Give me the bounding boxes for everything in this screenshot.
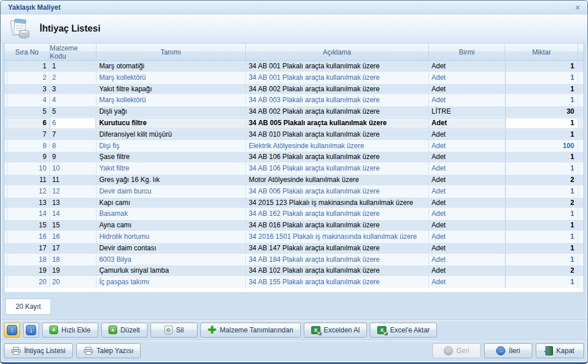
column-header-sira-no[interactable]: Sıra No xyxy=(5,44,50,60)
cell-birim: Adet xyxy=(429,129,506,141)
close-button[interactable]: Kapat xyxy=(536,343,584,358)
row-end-strip xyxy=(578,186,583,198)
table-row[interactable]: 18186003 Bilya34 AB 184 Plakalı araçta k… xyxy=(5,254,583,266)
cell-birim: Adet xyxy=(429,243,506,254)
excel-icon: X xyxy=(311,326,320,334)
cell-miktar[interactable]: 1 xyxy=(505,208,578,220)
cell-miktar[interactable]: 1 xyxy=(505,129,578,141)
table-row[interactable]: 44Marş kollektörü34 AB 003 Plakalı araçt… xyxy=(5,95,583,106)
table-row[interactable]: 66Kurutucu filtre34 AB 005 Plakalı araçt… xyxy=(5,118,583,129)
table-row[interactable]: 55Dişli yağı34 AB 002 Plakalı araçta kul… xyxy=(5,106,583,118)
from-material-definitions-button[interactable]: ✚ Malzeme Tanımlarından xyxy=(200,323,301,338)
window-title: Yaklaşık Maliyet xyxy=(8,3,574,11)
cell-miktar[interactable]: 1 xyxy=(505,277,578,288)
cell-birim: Adet xyxy=(429,198,506,209)
cell-miktar[interactable]: 1 xyxy=(505,254,578,266)
cell-miktar[interactable]: 1 xyxy=(505,118,578,129)
cell-miktar[interactable]: 2 xyxy=(505,175,578,186)
cell-miktar[interactable]: 1 xyxy=(505,186,578,198)
table-row[interactable]: 1414Basamak34 AB 162 Plakalı araçta kull… xyxy=(5,208,583,220)
back-button[interactable]: ← Geri xyxy=(432,343,481,358)
cell-miktar[interactable]: 2 xyxy=(505,265,578,277)
cell-aciklama: 34 AB 006 Plakalı araçta kullanılmak üze… xyxy=(246,186,428,198)
table-row[interactable]: 33Yakıt filtre kapağı34 AB 002 Plakalı a… xyxy=(5,84,583,95)
cell-miktar[interactable]: 1 xyxy=(505,231,578,243)
delete-button[interactable]: ♻ Sil xyxy=(150,323,198,338)
cell-birim: Adet xyxy=(429,61,506,72)
button-label: Geri xyxy=(457,347,470,355)
cell-kod: 12 xyxy=(50,186,96,198)
row-end-strip xyxy=(578,84,583,95)
cell-sira: 4 xyxy=(7,95,50,106)
needs-list-icon xyxy=(9,18,33,39)
cell-birim: Adet xyxy=(429,141,506,152)
cell-aciklama: 34 AB 003 Plakalı araçta kullanılmak üze… xyxy=(246,95,428,106)
cell-miktar[interactable]: 1 xyxy=(505,220,578,231)
cell-miktar[interactable]: 1 xyxy=(505,84,578,95)
table-header-row: Sıra No Malzeme Kodu Tanımı Açıklama Bir… xyxy=(5,44,583,61)
table-row[interactable]: 77Diferansiyel kilit müşürü34 AB 010 Pla… xyxy=(5,129,583,141)
table-row[interactable]: 1616Hidrolik hortumu34 2016 1501 Plakalı… xyxy=(5,231,583,243)
column-header-birmi[interactable]: Birmi xyxy=(429,44,506,60)
cell-kod: 4 xyxy=(50,95,96,106)
print-needs-list-button[interactable]: İhtiyaç Listesi xyxy=(4,343,73,358)
cell-miktar[interactable]: 1 xyxy=(505,61,578,72)
close-icon[interactable]: × xyxy=(574,3,582,11)
cell-tanim: Gres yağı 16 Kg. lık xyxy=(96,175,246,186)
cell-miktar[interactable]: 1 xyxy=(505,72,578,84)
cell-miktar[interactable]: 30 xyxy=(505,106,578,118)
row-end-strip xyxy=(578,254,583,266)
cell-aciklama: 34 AB 106 Plakalı araçta kullanılmak üze… xyxy=(246,163,428,175)
yaklasik-maliyet-window: Yaklaşık Maliyet × İhtiyaç Listesi xyxy=(0,0,588,364)
print-request-letter-button[interactable]: Talep Yazısı xyxy=(76,343,141,358)
move-down-button[interactable]: ↓ xyxy=(23,323,39,338)
table-row[interactable]: 1515Ayna camı34 AB 016 Plakalı araçta ku… xyxy=(5,220,583,231)
cell-miktar[interactable]: 2 xyxy=(505,198,578,209)
row-end-strip xyxy=(578,118,583,129)
table-row[interactable]: 1313Kapı camı34 2015 123 Plakalı iş maki… xyxy=(5,198,583,209)
cell-birim: Adet xyxy=(429,84,506,95)
table-row[interactable]: 22Marş kollektörü34 AB 001 Plakalı araçt… xyxy=(5,72,583,84)
cell-miktar[interactable]: 100 xyxy=(505,141,578,152)
column-header-miktar[interactable]: Miktar xyxy=(505,44,578,60)
table-body: 11Marş otomatiği34 AB 001 Plakalı araçta… xyxy=(5,61,583,292)
row-end-strip xyxy=(578,163,583,175)
cell-aciklama: 34 AB 155 Plakalı araçta kullanılmak üze… xyxy=(246,277,428,288)
column-header-malzeme-kodu[interactable]: Malzeme Kodu xyxy=(50,44,96,60)
table-row[interactable]: 1717Devir daim contası34 AB 147 Plakalı … xyxy=(5,243,583,254)
table-row[interactable]: 1919Çamurluk sinyal lamba34 AB 102 Plaka… xyxy=(5,265,583,277)
table-row[interactable]: 99Şase filtre34 AB 106 Plakalı araçta ku… xyxy=(5,152,583,163)
cell-miktar[interactable]: 1 xyxy=(505,243,578,254)
cell-birim: Adet xyxy=(429,186,506,198)
table-row[interactable]: 11Marş otomatiği34 AB 001 Plakalı araçta… xyxy=(5,61,583,72)
table-row[interactable]: 88Dişi fişElektrik Atölyesinde kullanılm… xyxy=(5,141,583,152)
column-header-tanimi[interactable]: Tanımı xyxy=(96,44,246,60)
row-end-strip xyxy=(578,61,583,72)
cell-miktar[interactable]: 1 xyxy=(505,95,578,106)
table-row[interactable]: 2020İç paspas takımı34 AB 155 Plakalı ar… xyxy=(5,277,583,288)
cell-sira: 15 xyxy=(7,220,50,231)
forward-button[interactable]: → İleri xyxy=(484,343,532,358)
export-to-excel-button[interactable]: X Excel'e Aktar xyxy=(370,323,437,338)
row-end-strip xyxy=(578,129,583,141)
cell-kod: 1 xyxy=(50,61,96,72)
edit-button[interactable]: ▲ Düzelt xyxy=(101,323,148,338)
move-up-button[interactable]: ↑ xyxy=(4,323,20,338)
quick-add-button[interactable]: + Hızlı Ekle xyxy=(42,323,98,338)
column-header-aciklama[interactable]: Açıklama xyxy=(246,44,428,60)
table-row[interactable]: 1010Yakıt filtre34 AB 106 Plakalı araçta… xyxy=(5,163,583,175)
cell-birim: LİTRE xyxy=(429,106,506,118)
button-label: Düzelt xyxy=(121,326,140,334)
import-from-excel-button[interactable]: X Excelden Al xyxy=(304,323,368,338)
table-row[interactable]: 1212Devir daim burcu34 AB 006 Plakalı ar… xyxy=(5,186,583,198)
cell-miktar[interactable]: 1 xyxy=(505,152,578,163)
cell-tanim: 6003 Bilya xyxy=(96,254,246,266)
cell-birim: Adet xyxy=(429,208,506,220)
record-count-badge: 20 Kayıt xyxy=(5,299,51,315)
cell-miktar[interactable]: 1 xyxy=(505,163,578,175)
table-row[interactable]: 1111Gres yağı 16 Kg. lıkMotor Atölyesind… xyxy=(5,175,583,186)
button-label: Hızlı Ekle xyxy=(61,326,91,334)
cell-birim: Adet xyxy=(429,254,506,266)
printer-icon xyxy=(11,347,21,355)
cell-kod: 14 xyxy=(50,208,96,220)
